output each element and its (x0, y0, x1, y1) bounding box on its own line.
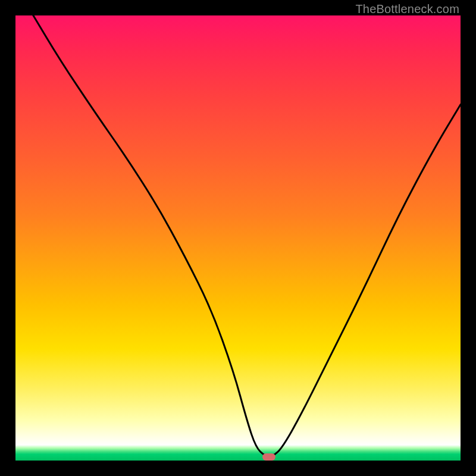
chart-frame: TheBottleneck.com (0, 0, 476, 476)
bottleneck-curve (15, 15, 461, 461)
watermark-text: TheBottleneck.com (355, 2, 459, 16)
optimum-marker (262, 453, 275, 461)
curve-path (33, 15, 461, 456)
